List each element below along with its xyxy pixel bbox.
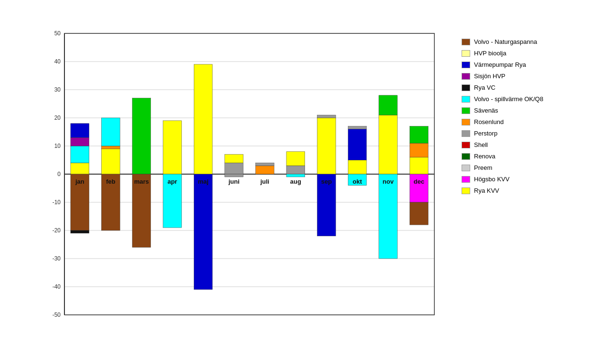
svg-text:feb: feb — [106, 178, 116, 185]
svg-rect-43 — [194, 174, 212, 290]
svg-text:mars: mars — [134, 178, 149, 185]
svg-rect-47 — [225, 174, 243, 177]
legend-item: Preem — [462, 164, 590, 171]
svg-rect-36 — [132, 98, 151, 174]
svg-rect-29 — [71, 230, 89, 233]
svg-text:maj: maj — [198, 178, 208, 185]
svg-rect-67 — [379, 174, 398, 259]
legend-label: Värmepumpar Rya — [474, 61, 526, 68]
svg-text:juli: juli — [260, 178, 269, 185]
svg-text:juni: juni — [228, 178, 240, 185]
svg-rect-54 — [286, 174, 305, 177]
legend: Volvo - NaturgaspannaHVP biooljaVärmepum… — [462, 38, 590, 198]
legend-label: Sisjön HVP — [474, 73, 505, 80]
svg-text:30: 30 — [54, 86, 61, 93]
legend-item: Rosenlund — [462, 118, 590, 125]
legend-label: Rya KVV — [474, 187, 499, 194]
svg-rect-31 — [102, 149, 120, 174]
svg-rect-57 — [317, 115, 336, 118]
legend-label: Högsbo KVV — [474, 176, 509, 183]
legend-label: Shell — [474, 141, 488, 148]
svg-rect-50 — [255, 163, 274, 166]
legend-color — [462, 107, 470, 114]
legend-item: Perstorp — [462, 130, 590, 137]
svg-text:jan: jan — [75, 178, 84, 185]
svg-rect-60 — [348, 160, 367, 175]
chart-svg: -50-40-30-20-1001020304050janfebmarsaprm… — [38, 26, 444, 343]
legend-label: Preem — [474, 164, 492, 171]
svg-text:apr: apr — [168, 178, 177, 185]
legend-item: Rya KVV — [462, 187, 590, 194]
svg-text:dec: dec — [414, 178, 424, 185]
svg-rect-46 — [225, 155, 243, 163]
legend-label: Volvo - Naturgaspanna — [474, 38, 537, 45]
svg-text:-40: -40 — [53, 283, 61, 290]
svg-text:aug: aug — [290, 178, 301, 185]
legend-label: Sävenäs — [474, 107, 498, 114]
svg-rect-61 — [348, 129, 367, 160]
svg-rect-42 — [194, 64, 212, 174]
legend-label: Rya VC — [474, 84, 495, 91]
legend-item: Sävenäs — [462, 107, 590, 114]
svg-text:40: 40 — [54, 58, 61, 65]
svg-rect-25 — [71, 146, 89, 163]
svg-rect-33 — [102, 118, 120, 146]
legend-item: Volvo - spillvärme OK/Q8 — [462, 95, 590, 103]
legend-color — [462, 165, 470, 171]
svg-text:okt: okt — [353, 178, 362, 185]
legend-label: Volvo - spillvärme OK/Q8 — [474, 95, 543, 103]
svg-rect-70 — [410, 143, 428, 157]
svg-text:-50: -50 — [53, 312, 61, 318]
legend-item: Renova — [462, 153, 590, 160]
legend-color — [462, 39, 470, 45]
svg-rect-69 — [410, 157, 428, 174]
legend-item: Volvo - Naturgaspanna — [462, 38, 590, 45]
svg-rect-56 — [317, 118, 336, 174]
legend-color — [462, 119, 470, 125]
svg-rect-37 — [132, 174, 151, 247]
chart-container: -50-40-30-20-1001020304050janfebmarsaprm… — [0, 0, 600, 364]
svg-rect-32 — [102, 146, 120, 149]
legend-color — [462, 130, 470, 137]
legend-color — [462, 62, 470, 68]
svg-rect-73 — [410, 202, 428, 225]
legend-color — [462, 176, 470, 183]
legend-label: Perstorp — [474, 130, 497, 137]
legend-color — [462, 142, 470, 148]
svg-rect-71 — [410, 126, 428, 143]
legend-item: Sisjön HVP — [462, 73, 590, 80]
svg-text:nov: nov — [383, 178, 394, 185]
svg-rect-45 — [225, 163, 243, 174]
svg-text:50: 50 — [54, 30, 61, 37]
svg-text:0: 0 — [57, 171, 61, 177]
svg-text:-10: -10 — [53, 199, 61, 206]
chart-title — [0, 0, 600, 9]
legend-color — [462, 84, 470, 91]
legend-label: Renova — [474, 153, 495, 160]
legend-item: Rya VC — [462, 84, 590, 91]
svg-rect-49 — [255, 166, 274, 174]
svg-rect-53 — [286, 152, 305, 166]
legend-color — [462, 96, 470, 103]
legend-item: HVP bioolja — [462, 50, 590, 57]
legend-item: Värmepumpar Rya — [462, 61, 590, 68]
legend-item: Högsbo KVV — [462, 176, 590, 183]
legend-color — [462, 187, 470, 194]
legend-label: Rosenlund — [474, 118, 504, 125]
svg-rect-26 — [71, 137, 89, 146]
svg-rect-27 — [71, 124, 89, 138]
legend-label: HVP bioolja — [474, 50, 506, 57]
svg-rect-62 — [348, 126, 367, 129]
svg-rect-65 — [379, 115, 398, 174]
svg-text:-20: -20 — [53, 227, 61, 234]
legend-color — [462, 50, 470, 57]
svg-text:sep: sep — [321, 178, 332, 185]
svg-rect-24 — [71, 163, 89, 174]
legend-item: Shell — [462, 141, 590, 148]
legend-color — [462, 73, 470, 80]
svg-text:20: 20 — [54, 114, 61, 121]
y-axis-label — [0, 0, 10, 31]
svg-rect-52 — [286, 166, 305, 174]
svg-rect-39 — [163, 121, 182, 174]
svg-text:10: 10 — [54, 143, 61, 149]
